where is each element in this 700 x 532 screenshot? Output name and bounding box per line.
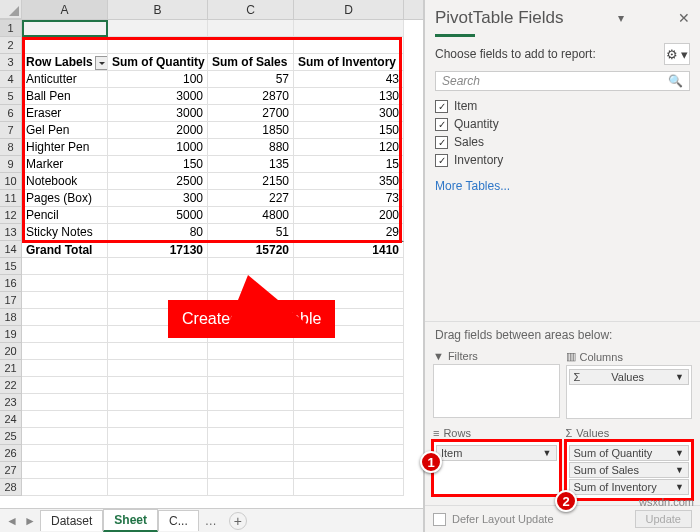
cell[interactable] <box>208 394 294 411</box>
cell[interactable]: Row Labels <box>22 54 108 71</box>
cell[interactable] <box>108 37 208 54</box>
cell[interactable]: 43 <box>294 71 404 88</box>
row-header[interactable]: 28 <box>0 479 22 496</box>
cell[interactable] <box>294 37 404 54</box>
cell[interactable] <box>22 479 108 496</box>
cell[interactable] <box>22 309 108 326</box>
cell[interactable] <box>22 360 108 377</box>
col-header-d[interactable]: D <box>294 0 404 19</box>
field-label[interactable]: Item <box>454 99 477 113</box>
cell[interactable] <box>22 258 108 275</box>
cell[interactable] <box>294 275 404 292</box>
cell[interactable]: 57 <box>208 71 294 88</box>
row-header[interactable]: 21 <box>0 360 22 377</box>
cell[interactable] <box>108 360 208 377</box>
cell[interactable]: 4800 <box>208 207 294 224</box>
col-header-b[interactable]: B <box>108 0 208 19</box>
chevron-down-icon[interactable]: ▼ <box>543 448 552 458</box>
cell[interactable] <box>108 377 208 394</box>
cell[interactable] <box>294 445 404 462</box>
field-checkbox[interactable]: ✓ <box>435 100 448 113</box>
area-item[interactable]: Item▼ <box>436 445 557 461</box>
rowlabels-filter-button[interactable] <box>95 56 108 70</box>
col-header-c[interactable]: C <box>208 0 294 19</box>
cell[interactable] <box>108 428 208 445</box>
row-header[interactable]: 2 <box>0 37 22 54</box>
cell[interactable]: 5000 <box>108 207 208 224</box>
cell[interactable]: 2500 <box>108 173 208 190</box>
row-header[interactable]: 5 <box>0 88 22 105</box>
row-header[interactable]: 25 <box>0 428 22 445</box>
cell[interactable]: Highter Pen <box>22 139 108 156</box>
row-header[interactable]: 20 <box>0 343 22 360</box>
row-header[interactable]: 27 <box>0 462 22 479</box>
cell[interactable]: Ball Pen <box>22 88 108 105</box>
cell[interactable]: 2150 <box>208 173 294 190</box>
cell[interactable]: 880 <box>208 139 294 156</box>
field-label[interactable]: Inventory <box>454 153 503 167</box>
cell[interactable]: 135 <box>208 156 294 173</box>
cell[interactable] <box>208 360 294 377</box>
cell[interactable]: Grand Total <box>22 241 108 258</box>
field-label[interactable]: Sales <box>454 135 484 149</box>
cell[interactable]: 3000 <box>108 88 208 105</box>
update-button[interactable]: Update <box>635 510 692 528</box>
cell[interactable] <box>108 20 208 37</box>
row-header[interactable]: 16 <box>0 275 22 292</box>
cell[interactable] <box>108 275 208 292</box>
cell[interactable]: Pencil <box>22 207 108 224</box>
cell[interactable] <box>22 275 108 292</box>
cell[interactable]: 51 <box>208 224 294 241</box>
cell[interactable] <box>294 20 404 37</box>
filters-drop-area[interactable] <box>433 364 560 418</box>
cell[interactable] <box>208 343 294 360</box>
cell[interactable] <box>294 394 404 411</box>
cell[interactable]: 2700 <box>208 105 294 122</box>
cell[interactable] <box>294 428 404 445</box>
row-header[interactable]: 22 <box>0 377 22 394</box>
row-header[interactable]: 14 <box>0 241 22 258</box>
cell[interactable] <box>208 37 294 54</box>
cell[interactable] <box>208 479 294 496</box>
cell[interactable] <box>22 326 108 343</box>
close-icon[interactable]: ✕ <box>678 10 690 26</box>
chevron-down-icon[interactable]: ▼ <box>675 448 684 458</box>
cell[interactable] <box>22 394 108 411</box>
cell[interactable] <box>294 462 404 479</box>
row-header[interactable]: 23 <box>0 394 22 411</box>
tab-next-icon[interactable]: ► <box>24 514 36 528</box>
cell[interactable]: Sum of Quantity <box>108 54 208 71</box>
tab-overflow[interactable]: … <box>199 511 223 531</box>
cell[interactable]: 80 <box>108 224 208 241</box>
cell[interactable] <box>208 462 294 479</box>
col-header-a[interactable]: A <box>22 0 108 19</box>
cell[interactable] <box>22 428 108 445</box>
cell[interactable]: 150 <box>294 122 404 139</box>
cell[interactable] <box>108 462 208 479</box>
cell[interactable]: Sum of Inventory <box>294 54 404 71</box>
area-item[interactable]: Sum of Inventory▼ <box>569 479 690 495</box>
cell[interactable] <box>22 37 108 54</box>
sheet-tab-active[interactable]: Sheet <box>103 509 158 532</box>
cell[interactable] <box>294 479 404 496</box>
row-header[interactable]: 8 <box>0 139 22 156</box>
more-tables-link[interactable]: More Tables... <box>425 175 700 197</box>
row-header[interactable]: 4 <box>0 71 22 88</box>
sheet-tab-dataset[interactable]: Dataset <box>40 510 103 531</box>
cell[interactable]: 73 <box>294 190 404 207</box>
field-checkbox[interactable]: ✓ <box>435 118 448 131</box>
cell[interactable]: 200 <box>294 207 404 224</box>
cell[interactable]: 350 <box>294 173 404 190</box>
area-item[interactable]: Sum of Sales▼ <box>569 462 690 478</box>
pane-dropdown-icon[interactable]: ▾ <box>618 11 624 25</box>
row-header[interactable]: 10 <box>0 173 22 190</box>
cell[interactable]: 100 <box>108 71 208 88</box>
field-checkbox[interactable]: ✓ <box>435 154 448 167</box>
row-header[interactable]: 18 <box>0 309 22 326</box>
chevron-down-icon[interactable]: ▼ <box>675 465 684 475</box>
cell[interactable] <box>22 377 108 394</box>
row-header[interactable]: 19 <box>0 326 22 343</box>
cell[interactable] <box>208 20 294 37</box>
select-all-corner[interactable] <box>0 0 22 19</box>
field-label[interactable]: Quantity <box>454 117 499 131</box>
